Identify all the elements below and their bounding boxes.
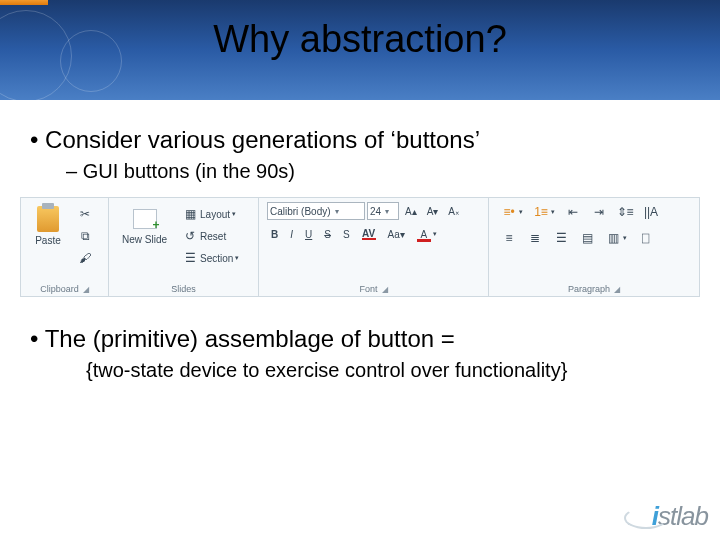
ribbon-group-slides: New Slide ▦Layout▾ ↺Reset ☰Section▾ Slid… [109, 198, 259, 296]
align-left-button[interactable]: ≡ [497, 228, 521, 248]
ribbon-group-paragraph: ≡•▾ 1≡▾ ⇤ ⇥ ⇕≡ ||A ≡ ≣ ☰ ▤ ▥▾ ⎕ Paragrap… [489, 198, 699, 296]
logo-swoosh-icon [624, 507, 668, 529]
align-center-icon: ≣ [527, 230, 543, 246]
bullets-icon: ≡• [501, 204, 517, 220]
underline-icon: U [305, 229, 312, 240]
section-button[interactable]: ☰Section▾ [178, 248, 243, 268]
ribbon-active-tab-indicator [0, 0, 48, 5]
line-spacing-button[interactable]: ⇕≡ [613, 202, 637, 222]
new-slide-icon [131, 205, 159, 233]
align-right-button[interactable]: ☰ [549, 228, 573, 248]
grow-font-icon: A▴ [405, 206, 417, 217]
outdent-icon: ⇤ [565, 204, 581, 220]
numbering-icon: 1≡ [533, 204, 549, 220]
copy-icon: ⧉ [77, 228, 93, 244]
chevron-down-icon: ▾ [335, 207, 339, 216]
clipboard-group-label: Clipboard [40, 284, 79, 294]
clear-formatting-button[interactable]: Aₓ [444, 204, 463, 219]
reset-label: Reset [200, 231, 226, 242]
cut-button[interactable]: ✂ [73, 204, 97, 224]
paragraph-group-label: Paragraph [568, 284, 610, 294]
assemblage-bullet: The (primitive) assemblage of button = [30, 325, 690, 353]
text-direction-button[interactable]: ||A [639, 202, 663, 222]
text-shadow-button[interactable]: S [339, 227, 354, 242]
bullet-block-1: Consider various generations of ‘buttons… [0, 100, 720, 183]
align-center-button[interactable]: ≣ [523, 228, 547, 248]
scissors-icon: ✂ [77, 206, 93, 222]
slides-group-label: Slides [171, 284, 196, 294]
change-case-icon: Aa▾ [388, 229, 405, 240]
font-name-value: Calibri (Body) [270, 206, 331, 217]
font-size-value: 24 [370, 206, 381, 217]
decrease-indent-button[interactable]: ⇤ [561, 202, 585, 222]
bold-button[interactable]: B [267, 227, 282, 242]
italic-button[interactable]: I [286, 227, 297, 242]
dialog-launcher-icon[interactable]: ◢ [614, 285, 620, 294]
new-slide-label: New Slide [122, 235, 167, 245]
bullet-block-2: The (primitive) assemblage of button = {… [0, 307, 720, 382]
align-right-icon: ☰ [553, 230, 569, 246]
font-color-button[interactable]: A▾ [413, 227, 441, 242]
char-spacing-icon: AV [362, 228, 376, 240]
strike-button[interactable]: S [320, 227, 335, 242]
shrink-font-icon: A▾ [427, 206, 439, 217]
justify-icon: ▤ [579, 230, 595, 246]
section-label: Section [200, 253, 233, 264]
copy-button[interactable]: ⧉ [73, 226, 97, 246]
numbering-button[interactable]: 1≡▾ [529, 202, 559, 222]
layout-label: Layout [200, 209, 230, 220]
layout-icon: ▦ [182, 206, 198, 222]
bullet-consider: Consider various generations of ‘buttons… [30, 126, 690, 154]
columns-button[interactable]: ▥▾ [601, 228, 631, 248]
assemblage-definition: {two-state device to exercise control ov… [86, 359, 690, 382]
grow-font-button[interactable]: A▴ [401, 204, 421, 219]
dialog-launcher-icon[interactable]: ◢ [83, 285, 89, 294]
justify-button[interactable]: ▤ [575, 228, 599, 248]
font-name-combo[interactable]: Calibri (Body)▾ [267, 202, 365, 220]
font-color-icon: A [417, 229, 431, 240]
font-size-combo[interactable]: 24▾ [367, 202, 399, 220]
shadow-icon: S [343, 229, 350, 240]
strike-icon: S [324, 229, 331, 240]
font-group-label: Font [359, 284, 377, 294]
bullet-gui: GUI buttons (in the 90s) [66, 160, 690, 183]
increase-indent-button[interactable]: ⇥ [587, 202, 611, 222]
chevron-down-icon: ▾ [385, 207, 389, 216]
italic-icon: I [290, 229, 293, 240]
paste-label: Paste [35, 235, 61, 246]
dialog-launcher-icon[interactable]: ◢ [382, 285, 388, 294]
slide-header: Why abstraction? [0, 0, 720, 100]
office-ribbon: Paste ✂ ⧉ 🖌 Clipboard◢ New Slide ▦Layout… [20, 197, 700, 297]
shrink-font-button[interactable]: A▾ [423, 204, 443, 219]
bold-icon: B [271, 229, 278, 240]
brand-logo: istlab [652, 501, 708, 532]
char-spacing-button[interactable]: AV [358, 226, 380, 242]
slide-title: Why abstraction? [0, 18, 720, 61]
paste-button[interactable]: Paste [29, 202, 67, 249]
bullets-button[interactable]: ≡•▾ [497, 202, 527, 222]
new-slide-button[interactable]: New Slide [117, 202, 172, 248]
eraser-icon: Aₓ [448, 206, 459, 217]
change-case-button[interactable]: Aa▾ [384, 227, 409, 242]
columns-icon: ▥ [605, 230, 621, 246]
format-painter-button[interactable]: 🖌 [73, 248, 97, 268]
reset-button[interactable]: ↺Reset [178, 226, 243, 246]
align-text-icon: ⎕ [637, 230, 653, 246]
layout-button[interactable]: ▦Layout▾ [178, 204, 243, 224]
clipboard-icon [34, 205, 62, 233]
align-text-button[interactable]: ⎕ [633, 228, 657, 248]
section-icon: ☰ [182, 250, 198, 266]
underline-button[interactable]: U [301, 227, 316, 242]
reset-icon: ↺ [182, 228, 198, 244]
ribbon-group-clipboard: Paste ✂ ⧉ 🖌 Clipboard◢ [21, 198, 109, 296]
ribbon-group-font: Calibri (Body)▾ 24▾ A▴ A▾ Aₓ B I U S S A… [259, 198, 489, 296]
text-direction-icon: ||A [643, 204, 659, 220]
paintbrush-icon: 🖌 [77, 250, 93, 266]
indent-icon: ⇥ [591, 204, 607, 220]
line-spacing-icon: ⇕≡ [617, 204, 633, 220]
align-left-icon: ≡ [501, 230, 517, 246]
